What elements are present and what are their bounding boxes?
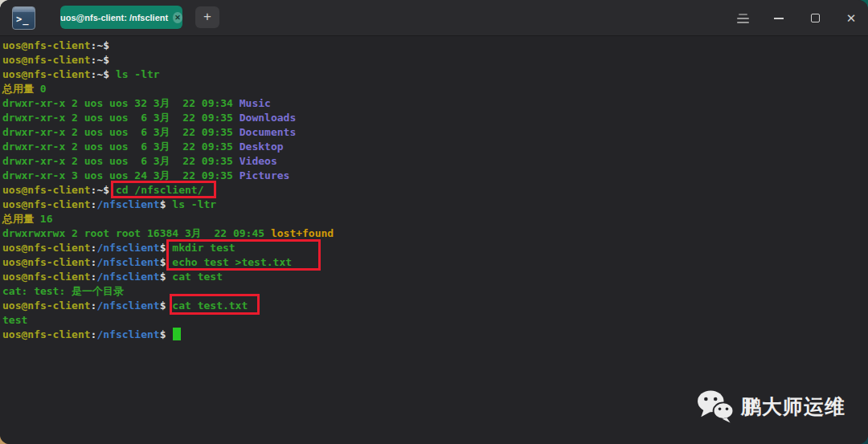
terminal-app-icon: >_ bbox=[12, 6, 35, 30]
minimize-icon bbox=[774, 18, 784, 19]
annotation-box bbox=[166, 239, 321, 271]
terminal-text-segment: /nfsclient bbox=[96, 198, 159, 210]
terminal-text-segment: uos@nfs-client bbox=[2, 271, 91, 283]
terminal-text-segment: cat test bbox=[172, 271, 223, 283]
terminal-text-segment: Desktop bbox=[240, 141, 284, 153]
terminal-text-segment: /nfsclient bbox=[96, 242, 159, 254]
terminal-text-segment: $ bbox=[160, 328, 173, 340]
terminal-text-segment: :~$ bbox=[91, 68, 116, 80]
terminal-text-segment: $ bbox=[160, 271, 173, 283]
terminal-text-segment: Documents bbox=[240, 126, 296, 138]
window-controls: ✕ bbox=[734, 0, 860, 36]
terminal-text-segment: cat: test: 是一个目录 bbox=[2, 285, 124, 297]
terminal-line: cat: test: 是一个目录 bbox=[2, 284, 868, 299]
terminal-text-segment: uos@nfs-client bbox=[2, 299, 91, 312]
terminal-line: uos@nfs-client:/nfsclient$ mkdir test bbox=[2, 241, 868, 255]
terminal-text-segment: drwxr-xr-x 2 uos uos 6 3月 22 09:35 bbox=[2, 112, 240, 124]
terminal-line: drwxr-xr-x 2 uos uos 32 3月 22 09:34 Musi… bbox=[2, 96, 868, 111]
terminal-text-segment: 16 bbox=[40, 213, 53, 225]
terminal-text-segment: uos@nfs-client bbox=[2, 328, 91, 340]
terminal-text-segment: :~$ bbox=[91, 39, 109, 51]
terminal-line: uos@nfs-client:/nfsclient$ ls -ltr bbox=[2, 198, 868, 212]
terminal-text-segment: uos@nfs-client bbox=[2, 242, 91, 254]
terminal-text-segment: uos@nfs-client bbox=[2, 256, 91, 268]
terminal-text-segment: drwxr-xr-x 2 uos uos 6 3月 22 09:35 bbox=[2, 126, 240, 138]
terminal-text-segment: ls -ltr bbox=[116, 68, 160, 80]
terminal-line: 总用量 0 bbox=[2, 82, 868, 96]
terminal-text-segment: /nfsclient bbox=[96, 256, 159, 268]
terminal-text-segment: 0 bbox=[40, 83, 47, 95]
terminal-text-segment: :~$ bbox=[91, 54, 109, 66]
terminal-text-segment: Music bbox=[240, 97, 271, 109]
terminal-text-segment: uos@nfs-client bbox=[2, 184, 91, 196]
new-tab-button[interactable]: + bbox=[195, 6, 219, 28]
terminal-output[interactable]: uos@nfs-client:~$uos@nfs-client:~$uos@nf… bbox=[0, 37, 868, 444]
window: >_ uos@nfs-client: /nfsclient ✕ + ✕ bbox=[0, 0, 868, 444]
terminal-text-segment: $ bbox=[160, 198, 173, 210]
terminal-text-segment: Pictures bbox=[240, 169, 290, 181]
terminal-line: uos@nfs-client:/nfsclient$ bbox=[2, 328, 868, 342]
terminal-text-segment: lost+found bbox=[271, 227, 334, 239]
terminal-line: 总用量 16 bbox=[2, 212, 868, 226]
maximize-button[interactable] bbox=[806, 10, 824, 27]
maximize-icon bbox=[811, 14, 820, 22]
terminal-app-icon-strip bbox=[13, 7, 35, 12]
tab-uos-nfs-client[interactable]: uos@nfs-client: /nfsclient ✕ bbox=[60, 6, 182, 29]
terminal-text-segment: uos@nfs-client bbox=[2, 198, 91, 210]
terminal-text-segment: Downloads bbox=[240, 112, 296, 124]
annotation-box bbox=[170, 294, 260, 315]
terminal-text-segment: 总用量 bbox=[2, 213, 40, 225]
terminal-text-segment: 总用量 bbox=[2, 83, 40, 95]
terminal-line: drwxrwxrwx 2 root root 16384 3月 22 09:45… bbox=[2, 226, 868, 241]
terminal-text-segment: /nfsclient bbox=[96, 299, 159, 312]
terminal-prompt-glyph: >_ bbox=[16, 14, 29, 25]
terminal-text-segment: drwxrwxrwx 2 root root 16384 3月 22 09:45 bbox=[2, 227, 271, 239]
terminal-text-segment: ls -ltr bbox=[172, 198, 216, 210]
terminal-text-segment: uos@nfs-client bbox=[2, 54, 91, 66]
screenshot-stage: >_ uos@nfs-client: /nfsclient ✕ + ✕ bbox=[0, 0, 868, 444]
titlebar: >_ uos@nfs-client: /nfsclient ✕ + ✕ bbox=[0, 0, 868, 36]
terminal-line: uos@nfs-client:~$ bbox=[2, 39, 868, 53]
watermark: 鹏大师运维 bbox=[697, 389, 845, 423]
menu-icon[interactable] bbox=[734, 10, 751, 27]
terminal-text-segment: Videos bbox=[240, 155, 277, 167]
terminal-line: drwxr-xr-x 2 uos uos 6 3月 22 09:35 Video… bbox=[2, 154, 868, 169]
annotation-box bbox=[111, 181, 216, 198]
terminal-line: test bbox=[2, 313, 868, 328]
terminal-line: drwxr-xr-x 2 uos uos 6 3月 22 09:35 Downl… bbox=[2, 111, 868, 125]
watermark-text: 鹏大师运维 bbox=[741, 393, 845, 420]
terminal-text-segment: drwxr-xr-x 2 uos uos 32 3月 22 09:34 bbox=[2, 97, 240, 109]
terminal-cursor bbox=[173, 328, 181, 340]
wechat-icon bbox=[697, 389, 734, 423]
terminal-line: drwxr-xr-x 2 uos uos 6 3月 22 09:35 Deskt… bbox=[2, 140, 868, 154]
terminal-text-segment: /nfsclient bbox=[96, 328, 159, 340]
tab-title: uos@nfs-client: /nfsclient bbox=[60, 13, 168, 22]
terminal-line: uos@nfs-client:/nfsclient$ echo test >te… bbox=[2, 255, 868, 270]
terminal-text-segment: /nfsclient bbox=[96, 271, 159, 283]
terminal-line: uos@nfs-client:~$ ls -ltr bbox=[2, 67, 868, 82]
terminal-text-segment: uos@nfs-client bbox=[2, 39, 91, 51]
terminal-text-segment: drwxr-xr-x 2 uos uos 6 3月 22 09:35 bbox=[2, 141, 240, 153]
terminal-line: uos@nfs-client:/nfsclient$ cat test bbox=[2, 270, 868, 284]
tab-close-icon[interactable]: ✕ bbox=[173, 12, 182, 23]
terminal-text-segment: drwxr-xr-x 2 uos uos 6 3月 22 09:35 bbox=[2, 155, 240, 167]
terminal-text-segment: uos@nfs-client bbox=[2, 68, 91, 80]
close-button[interactable]: ✕ bbox=[842, 10, 860, 27]
minimize-button[interactable] bbox=[770, 10, 788, 27]
terminal-text-segment: drwxr-xr-x 3 uos uos 24 3月 22 09:35 bbox=[2, 169, 240, 181]
terminal-line: uos@nfs-client:~$ bbox=[2, 53, 868, 67]
terminal-text-segment: test bbox=[2, 314, 27, 326]
terminal-line: uos@nfs-client:/nfsclient$ cat test.txt bbox=[2, 299, 868, 313]
terminal-line: drwxr-xr-x 2 uos uos 6 3月 22 09:35 Docum… bbox=[2, 125, 868, 140]
